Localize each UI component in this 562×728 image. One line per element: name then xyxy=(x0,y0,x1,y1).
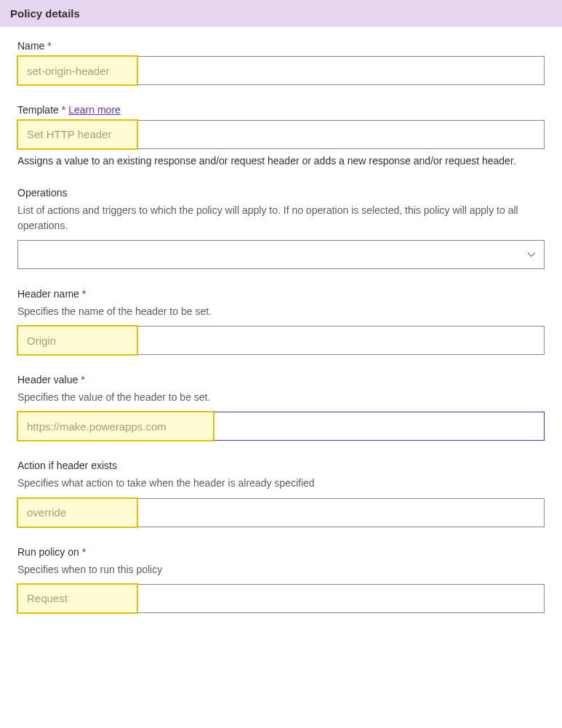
operations-help: List of actions and triggers to which th… xyxy=(17,203,545,233)
header-value-input[interactable] xyxy=(17,412,545,441)
learn-more-link[interactable]: Learn more xyxy=(68,104,121,116)
header-name-label-row: Header name * xyxy=(17,288,545,300)
action-exists-select[interactable]: override xyxy=(17,498,545,527)
run-on-select-value: Request xyxy=(27,592,68,604)
header-name-label: Header name xyxy=(17,288,79,300)
template-label: Template xyxy=(17,104,59,116)
action-exists-label: Action if header exists xyxy=(17,460,117,471)
name-label: Name xyxy=(17,40,44,52)
required-star: * xyxy=(81,374,84,385)
name-label-row: Name * xyxy=(17,40,545,52)
header-value-label-row: Header value * xyxy=(17,374,545,385)
section-header: Policy details xyxy=(0,0,562,27)
header-name-input[interactable] xyxy=(17,326,545,355)
field-header-value: Header value * Specifies the value of th… xyxy=(17,374,545,441)
policy-form: Name * Template * Learn more Set HTTP he… xyxy=(0,27,562,633)
field-operations: Operations List of actions and triggers … xyxy=(17,187,545,269)
header-value-label: Header value xyxy=(17,374,78,385)
run-on-select[interactable]: Request xyxy=(17,584,545,613)
run-on-label-row: Run policy on * xyxy=(17,546,545,558)
template-select[interactable]: Set HTTP header xyxy=(17,120,545,149)
required-star: * xyxy=(62,104,65,116)
required-star: * xyxy=(82,288,86,300)
template-select-value: Set HTTP header xyxy=(27,128,111,140)
template-description: Assigns a value to an existing response … xyxy=(17,153,545,168)
required-star: * xyxy=(82,546,86,558)
required-star: * xyxy=(47,40,51,52)
run-on-label: Run policy on xyxy=(17,546,79,558)
field-run-on: Run policy on * Specifies when to run th… xyxy=(17,546,545,613)
header-value-help: Specifies the value of the header to be … xyxy=(17,390,545,404)
action-exists-help: Specifies what action to take when the h… xyxy=(17,476,545,490)
field-header-name: Header name * Specifies the name of the … xyxy=(17,288,545,355)
run-on-help: Specifies when to run this policy xyxy=(17,562,545,577)
operations-select[interactable] xyxy=(17,240,545,269)
action-exists-label-row: Action if header exists xyxy=(17,460,545,471)
template-label-row: Template * Learn more xyxy=(17,104,545,116)
name-input[interactable] xyxy=(17,56,545,85)
header-name-help: Specifies the name of the header to be s… xyxy=(17,304,545,319)
operations-label: Operations xyxy=(17,187,67,199)
field-action-exists: Action if header exists Specifies what a… xyxy=(17,460,545,527)
operations-label-row: Operations xyxy=(17,187,545,199)
field-name: Name * xyxy=(17,40,545,85)
action-exists-select-value: override xyxy=(27,506,66,519)
section-title: Policy details xyxy=(10,7,80,20)
field-template: Template * Learn more Set HTTP header As… xyxy=(17,104,545,168)
